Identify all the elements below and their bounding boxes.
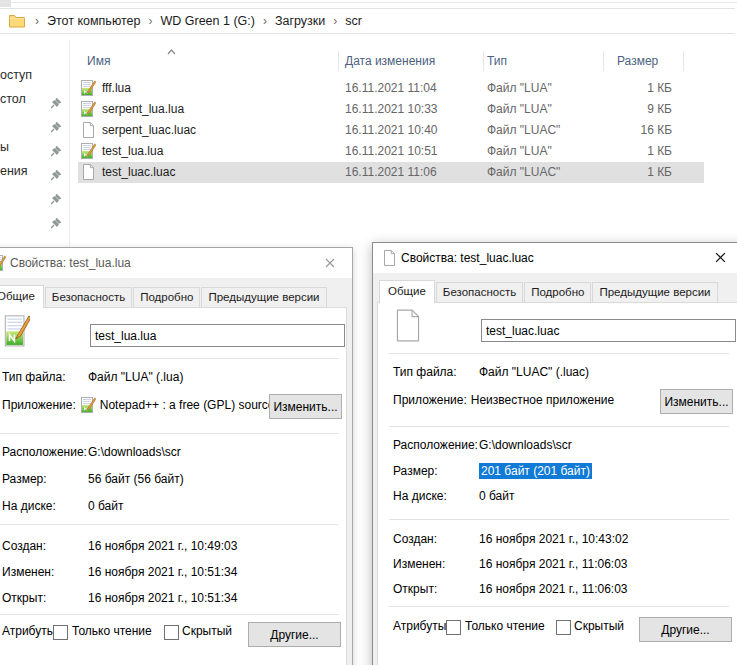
tab-general-active[interactable]: Общие	[379, 280, 435, 304]
column-separator[interactable]	[603, 51, 604, 71]
pane-divider	[69, 40, 70, 247]
created-label: Создан:	[393, 531, 437, 547]
disk-value: 0 байт	[479, 488, 514, 504]
dialog-tabs: ОбщиеБезопасностьПодробноПредыдущие верс…	[0, 285, 328, 308]
opened-value: 16 ноября 2021 г., 10:51:34	[88, 590, 237, 606]
size-value: 56 байт (56 байт)	[88, 471, 184, 487]
luac-file-icon	[80, 164, 96, 180]
hidden-checkbox[interactable]	[556, 620, 571, 635]
hidden-checkbox[interactable]	[164, 625, 179, 640]
change-app-button[interactable]: Изменить...	[269, 394, 342, 419]
disk-value: 0 байт	[88, 498, 123, 514]
file-size: 9 КБ	[558, 99, 672, 120]
sidebar-item[interactable]	[0, 111, 66, 135]
file-date: 16.11.2021 10:40	[345, 120, 438, 141]
properties-dialog-test-lua: Свойства: test_lua.lua ОбщиеБезопасность…	[0, 247, 353, 665]
separator	[389, 426, 729, 427]
separator	[0, 433, 338, 434]
modified-value: 16 ноября 2021 г., 10:51:34	[88, 564, 237, 580]
file-type: Файл "LUAC"	[487, 120, 560, 141]
tab-inactive[interactable]: Предыдущие версии	[201, 287, 326, 308]
column-header-type[interactable]: Тип	[487, 50, 507, 72]
file-type-value: Файл "LUAC" (.luac)	[479, 364, 589, 380]
file-name: serpent_lua.lua	[102, 99, 184, 120]
desktop-screenshot: ›Этот компьютер›WD Green 1 (G:)›Загрузки…	[0, 0, 737, 665]
column-header-date[interactable]: Дата изменения	[345, 50, 435, 72]
opened-label: Открыт:	[2, 590, 46, 606]
hidden-label: Скрытый	[182, 623, 232, 639]
opened-label: Открыт:	[393, 581, 437, 597]
file-date: 16.11.2021 11:04	[345, 78, 437, 99]
sidebar-item[interactable]: стол	[0, 87, 66, 111]
tab-inactive[interactable]: Подробно	[524, 282, 591, 303]
app-label: Приложение:	[393, 392, 467, 408]
app-value: Notepad++ : a free (GPL) source c	[100, 397, 284, 413]
properties-dialog-test-luac: Свойства: test_luac.luac ОбщиеБезопаснос…	[372, 242, 737, 665]
file-name: serpent_luac.luac	[102, 120, 196, 141]
tab-inactive[interactable]: Подробно	[133, 287, 200, 308]
sidebar-item[interactable]: ения	[0, 159, 66, 183]
tab-inactive[interactable]: Предыдущие версии	[592, 282, 717, 303]
separator	[0, 358, 338, 359]
readonly-checkbox[interactable]	[446, 620, 461, 635]
address-bar[interactable]: ›Этот компьютер›WD Green 1 (G:)›Загрузки…	[0, 8, 735, 34]
disk-label: На диске:	[393, 488, 447, 504]
other-attributes-button[interactable]: Другие...	[639, 617, 732, 642]
file-name: test_lua.lua	[102, 141, 163, 162]
readonly-checkbox[interactable]	[53, 625, 68, 640]
file-row[interactable]: test_luac.luac16.11.2021 11:06Файл "LUAC…	[78, 162, 704, 183]
column-separator[interactable]	[683, 51, 684, 71]
separator	[0, 524, 338, 525]
sidebar-item[interactable]: оступ	[0, 63, 66, 87]
created-label: Создан:	[2, 538, 46, 554]
file-row[interactable]: serpent_lua.lua16.11.2021 10:33Файл "LUA…	[78, 99, 704, 120]
file-date: 16.11.2021 11:06	[345, 162, 437, 183]
file-row[interactable]: serpent_luac.luac16.11.2021 10:40Файл "L…	[78, 120, 704, 141]
other-attributes-button[interactable]: Другие...	[248, 622, 341, 647]
breadcrumb-item[interactable]: Этот компьютер	[47, 14, 140, 28]
npp-file-icon-large	[4, 314, 30, 347]
breadcrumb-separator-icon: ›	[333, 14, 337, 28]
file-name: fff.lua	[102, 78, 131, 99]
filename-input[interactable]	[90, 324, 345, 347]
tab-inactive[interactable]: Безопасность	[45, 287, 132, 308]
size-label: Размер:	[2, 471, 47, 487]
modified-label: Изменен:	[2, 564, 54, 580]
breadcrumb-item[interactable]: scr	[345, 14, 362, 28]
file-size: 1 КБ	[558, 141, 672, 162]
readonly-label: Только чтение	[465, 618, 545, 634]
breadcrumb: ›Этот компьютер›WD Green 1 (G:)›Загрузки…	[27, 14, 362, 28]
separator	[0, 614, 338, 615]
disk-label: На диске:	[2, 498, 56, 514]
file-type: Файл "LUA"	[487, 141, 552, 162]
luac-file-icon	[80, 122, 96, 138]
column-separator[interactable]	[483, 51, 484, 71]
breadcrumb-separator-icon: ›	[148, 14, 152, 28]
location-label: Расположение:	[2, 444, 87, 460]
opened-value: 16 ноября 2021 г., 11:06:03	[479, 581, 628, 597]
change-app-button[interactable]: Изменить...	[660, 389, 733, 414]
lua-file-icon	[80, 143, 96, 159]
tab-inactive[interactable]: Безопасность	[436, 282, 523, 303]
file-row[interactable]: test_lua.lua16.11.2021 10:51Файл "LUA"1 …	[78, 141, 704, 162]
tab-general-active[interactable]: Общие	[0, 285, 44, 309]
breadcrumb-item[interactable]: Загрузки	[275, 14, 325, 28]
location-value: G:\downloads\scr	[479, 437, 572, 453]
sidebar-item[interactable]: ы	[0, 135, 66, 159]
npp-app-icon	[80, 397, 96, 413]
breadcrumb-separator-icon: ›	[35, 14, 39, 28]
window-top-divider	[0, 2, 737, 3]
file-type: Файл "LUAC"	[487, 162, 560, 183]
column-separator[interactable]	[338, 51, 339, 71]
sidebar-item[interactable]	[0, 207, 66, 231]
sidebar-item[interactable]	[0, 183, 66, 207]
modified-value: 16 ноября 2021 г., 11:06:03	[479, 556, 628, 572]
column-header-size[interactable]: Размер	[617, 50, 658, 72]
file-date: 16.11.2021 10:51	[345, 141, 438, 162]
breadcrumb-item[interactable]: WD Green 1 (G:)	[160, 14, 254, 28]
column-header-name[interactable]: Имя	[87, 50, 110, 72]
sort-ascending-icon	[167, 44, 176, 58]
file-row[interactable]: fff.lua16.11.2021 11:04Файл "LUA"1 КБ	[78, 78, 704, 99]
file-type: Файл "LUA"	[487, 99, 552, 120]
filename-input[interactable]	[481, 319, 736, 342]
